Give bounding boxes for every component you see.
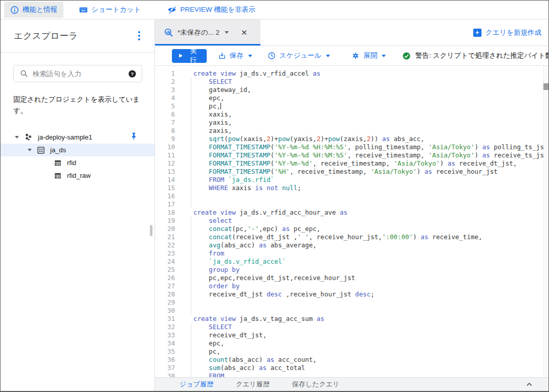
code-line[interactable]: 32 SELECT: [155, 323, 543, 331]
code-line[interactable]: 27 order by: [155, 282, 543, 290]
table-label: rfid_raw: [67, 172, 91, 179]
line-number: 30: [155, 307, 184, 315]
line-number: 26: [155, 274, 184, 282]
code-line[interactable]: 16: [155, 192, 543, 200]
editor-scrollbar[interactable]: [543, 66, 548, 377]
line-number: 14: [155, 176, 184, 184]
line-number: 9: [155, 135, 184, 143]
run-button[interactable]: 実行: [172, 49, 207, 63]
code-line[interactable]: 8 zaxis,: [155, 127, 543, 135]
chevron-down-icon[interactable]: [225, 31, 229, 34]
line-number: 3: [155, 86, 184, 94]
code-line[interactable]: 37 sum(abs_acc) as acc_total: [155, 364, 543, 372]
code-line[interactable]: 29: [155, 298, 543, 307]
line-number: 11: [155, 151, 184, 159]
help-icon[interactable]: ?: [128, 70, 137, 78]
code-line[interactable]: 5 pc,: [155, 102, 543, 110]
tree-item-project[interactable]: ja-deploy-sample1: [1, 131, 155, 144]
code-line[interactable]: 12 FORMAT_TIMESTAMP('%Y-%m-%d', receive_…: [155, 159, 543, 168]
features-info-button[interactable]: 機能と情報: [4, 2, 63, 18]
code-line[interactable]: 4 epc,: [155, 94, 543, 102]
code-line[interactable]: 35 pc,: [155, 348, 543, 356]
tab-saved-queries[interactable]: 保存したクエリ: [281, 380, 351, 389]
code-line[interactable]: 11 FORMAT_TIMESTAMP('%Y-%m-%d %H:%M:%S',…: [155, 151, 543, 159]
tree-item-table[interactable]: rfid: [1, 156, 155, 169]
expand-arrow-icon[interactable]: [28, 149, 32, 151]
sql-editor[interactable]: 1create view ja_ds.v_rfid_accel as2 SELE…: [155, 66, 548, 377]
code-line[interactable]: 25 group by: [155, 266, 543, 274]
code-line[interactable]: 17: [155, 200, 543, 209]
code-line[interactable]: 19 select: [155, 217, 543, 225]
tab-label: *未保存の... 2: [178, 28, 219, 37]
code-line[interactable]: 20 concat(pc,'-',epc) as pc_epc,: [155, 225, 543, 233]
save-label: 保存: [230, 51, 244, 60]
code-line[interactable]: 30: [155, 307, 543, 315]
code-text: create view ja_ds.v_tag_acc_sum as: [184, 315, 324, 323]
code-text: xaxis,: [184, 110, 232, 119]
tab-query-history[interactable]: クエリ履歴: [225, 380, 281, 389]
line-number: 37: [155, 364, 184, 372]
shortcuts-label: ショートカット: [92, 5, 141, 14]
code-line[interactable]: 14 FROM `ja_ds.rfid`: [155, 176, 543, 184]
code-text: [184, 192, 193, 200]
save-button[interactable]: 保存: [218, 51, 252, 60]
shortcuts-button[interactable]: ショートカット: [73, 2, 147, 18]
pin-icon[interactable]: [129, 132, 138, 141]
close-icon[interactable]: ✕: [239, 27, 250, 38]
code-line[interactable]: 3 gateway_id,: [155, 86, 543, 94]
code-line[interactable]: 38 FROM: [155, 372, 543, 377]
tree-item-table[interactable]: rfid_raw: [1, 169, 155, 182]
code-line[interactable]: 9 sqrt(pow(xaxis,2)+pow(yaxis,2)+pow(zax…: [155, 135, 543, 143]
line-number: 12: [155, 159, 184, 168]
code-line[interactable]: 2 SELECT: [155, 78, 543, 86]
line-number: 1: [155, 70, 184, 78]
line-number: 35: [155, 348, 184, 356]
code-line[interactable]: 34 epc,: [155, 339, 543, 348]
tree-item-dataset[interactable]: ja_ds: [1, 144, 155, 156]
code-text: FORMAT_TIMESTAMP('%Y-%m-%d %H:%M:%S', re…: [184, 151, 548, 159]
search-input[interactable]: [33, 70, 123, 78]
warning-text: 警告: スクリプトで処理された推定バイト数を: [415, 51, 548, 60]
search-box: ?: [13, 65, 142, 82]
code-text: pc,epc,receive_dt_jst,receive_hour_jst: [184, 274, 355, 282]
tab-job-history[interactable]: ジョブ履歴: [168, 380, 225, 389]
tab-strip: *未保存の... 2 ✕ + クエリを新規作成: [155, 19, 548, 46]
code-line[interactable]: 31create view ja_ds.v_tag_acc_sum as: [155, 315, 543, 323]
editor-scrollbar-thumb[interactable]: [543, 83, 548, 90]
expand-arrow-icon[interactable]: [15, 136, 19, 139]
line-number: 36: [155, 356, 184, 364]
code-line[interactable]: 36 count(abs_acc) as acc_count,: [155, 356, 543, 364]
code-line[interactable]: 1create view ja_ds.v_rfid_accel as: [155, 70, 543, 78]
code-line[interactable]: 6 xaxis,: [155, 110, 543, 119]
code-line[interactable]: 10 FORMAT_TIMESTAMP('%Y-%m-%d %H:%M:%S',…: [155, 143, 543, 151]
sidebar-scrollbar[interactable]: [150, 225, 152, 236]
preview-hide-button[interactable]: PREVIEW 機能を非表示: [161, 2, 261, 18]
chevron-up-icon[interactable]: [525, 381, 533, 388]
code-line[interactable]: 15 WHERE xaxis is not null;: [155, 184, 543, 192]
code-line[interactable]: 18create view ja_ds.v_rfid_acc_hour_ave …: [155, 209, 543, 217]
code-line[interactable]: 28 receive_dt_jst desc ,receive_hour_jst…: [155, 290, 543, 298]
project-icon: [24, 133, 33, 142]
schedule-button[interactable]: スケジュール: [268, 51, 331, 60]
code-line[interactable]: 7 yaxis,: [155, 119, 543, 127]
preview-hide-label: PREVIEW 機能を非表示: [180, 5, 255, 14]
code-line[interactable]: 22 avg(abs_acc) as abs_average,: [155, 241, 543, 249]
code-text: FROM `ja_ds.rfid`: [184, 176, 274, 184]
tab-unsaved-query[interactable]: *未保存の... 2 ✕: [155, 19, 260, 45]
pinned-projects-note: 固定されたプロジェクトを表示しています。: [13, 94, 142, 117]
code-line[interactable]: 21 concat(receive_dt_jst ,' ', receive_h…: [155, 233, 543, 241]
code-line[interactable]: 13 FORMAT_TIMESTAMP('%H', receive_timest…: [155, 168, 543, 176]
code-line[interactable]: 26 pc,epc,receive_dt_jst,receive_hour_js…: [155, 274, 543, 282]
kebab-icon[interactable]: [136, 29, 142, 42]
expand-button[interactable]: 展開: [352, 51, 386, 60]
new-query-button[interactable]: + クエリを新規作成: [466, 19, 548, 45]
code-line[interactable]: 23 from: [155, 249, 543, 258]
line-number: 6: [155, 110, 184, 119]
code-line[interactable]: 33 receive_dt_jst,: [155, 331, 543, 339]
code-line[interactable]: 24 `ja_ds.v_rfid_accel`: [155, 258, 543, 266]
line-number: 17: [155, 200, 184, 209]
svg-text:?: ?: [131, 71, 134, 76]
line-number: 22: [155, 241, 184, 249]
query-tab-icon: [164, 28, 173, 37]
line-number: 2: [155, 78, 184, 86]
